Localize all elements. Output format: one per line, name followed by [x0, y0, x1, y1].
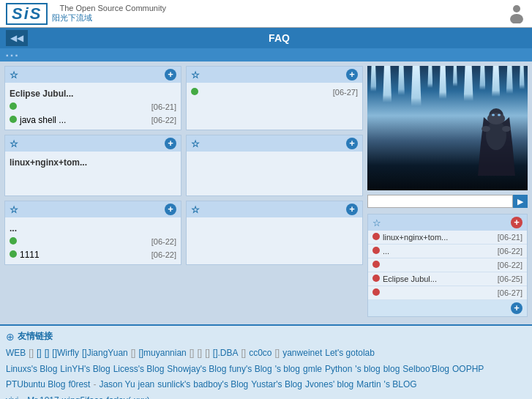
footer: ⊕ 友情链接 WEB [] [] [] []Wirfly []JiangYuan… [0, 324, 532, 399]
link-martin[interactable]: Martin [356, 377, 381, 393]
panel-top-right-body: [06-27] [187, 83, 362, 127]
panel-eclipse-header: ☆ + [5, 67, 181, 83]
list-header-icon: ☆ [372, 217, 381, 228]
list-dot-5 [372, 288, 380, 296]
search-input[interactable] [367, 195, 513, 208]
link-vivi[interactable]: vivi [6, 393, 18, 399]
list-text-2: ... [383, 247, 389, 256]
link-funy[interactable]: funy's Blog [229, 362, 271, 378]
dots-title: ... [10, 220, 176, 235]
right-column: 1 2 3 4 5 ▶ ☆ + linux+nginx+tom... [06- [367, 66, 528, 317]
search-button[interactable]: ▶ [513, 195, 528, 208]
main-content: ☆ + Eclipse Jubul... [06-21] java shell … [0, 61, 532, 321]
list-dot-4 [372, 275, 380, 282]
dot-tr [191, 88, 198, 95]
panel-bottom-right: ☆ + [186, 201, 363, 265]
list-date-4: [06-25] [498, 275, 522, 283]
link-linyh[interactable]: LinYH's Blog [60, 362, 110, 378]
link-f0rest[interactable]: f0rest [68, 377, 90, 393]
panel-icon: ☆ [10, 70, 18, 81]
panel-add-mr[interactable]: + [346, 138, 358, 149]
panel-add-linux[interactable]: + [165, 138, 176, 149]
link-wing5[interactable]: wing5jface [62, 393, 104, 399]
eclipse-title: Eclipse Jubul... [10, 86, 176, 100]
dots-row1: [06-22] [10, 235, 176, 248]
link-wirfly[interactable]: []Wirfly [52, 346, 79, 362]
link-2[interactable]: [] [45, 346, 50, 362]
svg-point-2 [486, 121, 506, 150]
link-sblog2[interactable]: 's blog [355, 362, 380, 378]
link-jvones[interactable]: Jvones' blog [305, 377, 353, 393]
top-row: ☆ + Eclipse Jubul... [06-21] java shell … [4, 66, 363, 130]
panel-top-right-header: ☆ + [187, 67, 362, 83]
list-date-1: [06-21] [498, 233, 522, 242]
link-xxx[interactable]: xxx) [134, 393, 150, 399]
top-right-date: [06-27] [333, 88, 358, 97]
panel-icon-br: ☆ [191, 204, 200, 215]
list-item: linux+nginx+tom... [06-21] [368, 231, 527, 245]
list-bottom-add[interactable]: + [511, 302, 522, 314]
panel-icon-mr: ☆ [191, 138, 200, 149]
panel-add-dots[interactable]: + [165, 204, 176, 215]
link-cc0co[interactable]: cc0co [249, 346, 271, 362]
svg-point-7 [482, 126, 490, 132]
link-blog2[interactable]: 's BLOG [384, 377, 417, 393]
eclipse-date2: [06-22] [151, 116, 176, 124]
user-icon[interactable] [509, 3, 526, 25]
eclipse-date1: [06-21] [151, 102, 176, 111]
link-gmle[interactable]: gmle [303, 362, 322, 378]
link-web[interactable]: WEB [6, 346, 26, 362]
list-dot-1 [372, 233, 380, 240]
link-muyannian[interactable]: []muyannian [138, 346, 186, 362]
link-sunlick[interactable]: sunlick's [157, 377, 190, 393]
panel-dots: ☆ + ... [06-22] 1111 [06-22] [4, 201, 181, 265]
link-sblog[interactable]: 's blog [275, 362, 300, 378]
link-badboy[interactable]: badboy's Blog [193, 377, 248, 393]
panel-dots-header: ☆ + [5, 201, 181, 217]
link-jiangyuan[interactable]: []JiangYuan [82, 346, 128, 362]
link-gotolab[interactable]: Let's gotolab [325, 346, 375, 362]
dot-green-icon [10, 102, 17, 110]
nav-back[interactable]: ◀◀ [6, 30, 28, 46]
links-row-2: Linuxs's Blog LinYH's Blog Licess's Blog… [6, 362, 526, 378]
panel-add-br[interactable]: + [346, 204, 358, 215]
link-showjay[interactable]: Showjay's Blog [167, 362, 226, 378]
hero-image: 1 2 3 4 5 [367, 66, 528, 190]
panel-middle-right: ☆ + [186, 135, 363, 196]
friends-icon: ⊕ [6, 331, 15, 343]
panel-top-right: ☆ + [06-27] [186, 66, 363, 130]
panel-eclipse: ☆ + Eclipse Jubul... [06-21] java shell … [4, 66, 181, 130]
link-dba[interactable]: [].DBA [213, 346, 239, 362]
link-blog[interactable]: blog [383, 362, 400, 378]
link-1[interactable]: [] [37, 346, 42, 362]
link-jason-yu[interactable]: Jason Yu [99, 377, 135, 393]
link-mr1017[interactable]: Mr.1017 [27, 393, 59, 399]
panel-add-button[interactable]: + [165, 69, 176, 81]
link-linuxs[interactable]: Linuxs's Blog [6, 362, 57, 378]
link-licess[interactable]: Licess's Blog [113, 362, 165, 378]
panel-add-button-tr[interactable]: + [346, 69, 358, 81]
middle-row: ☆ + linux+nginx+tom... ☆ + [4, 135, 363, 196]
dot-dots1 [10, 237, 17, 245]
link-selboo[interactable]: Selboo'Blog [402, 362, 449, 378]
link-oophp[interactable]: OOPHP [452, 362, 484, 378]
top-right-row1: [06-27] [191, 86, 358, 99]
svg-point-8 [502, 126, 511, 132]
svg-point-0 [513, 5, 520, 12]
list-item: [06-27] [368, 286, 527, 300]
link-ptubuntu[interactable]: PTUbuntu Blog [6, 377, 65, 393]
breadcrumb-text: ▪ ▪ ▪ [6, 51, 18, 59]
link-yustar[interactable]: Yustar's Blog [251, 377, 302, 393]
list-dot-2 [372, 247, 380, 254]
right-list-panel: ☆ + linux+nginx+tom... [06-21] ... [06-2… [367, 214, 528, 317]
link-python[interactable]: Python [325, 362, 352, 378]
list-add-button[interactable]: + [511, 217, 522, 228]
panel-icon-tr: ☆ [191, 70, 200, 81]
link-jean[interactable]: jean [138, 377, 155, 393]
link-yanweinet[interactable]: yanweinet [282, 346, 322, 362]
image-panel: 1 2 3 4 5 [367, 66, 528, 190]
list-item: Eclipse Jubul... [06-25] [368, 272, 527, 286]
search-row: ▶ [367, 195, 528, 208]
list-text-4: Eclipse Jubul... [383, 275, 437, 283]
link-farley[interactable]: farley( [106, 393, 130, 399]
